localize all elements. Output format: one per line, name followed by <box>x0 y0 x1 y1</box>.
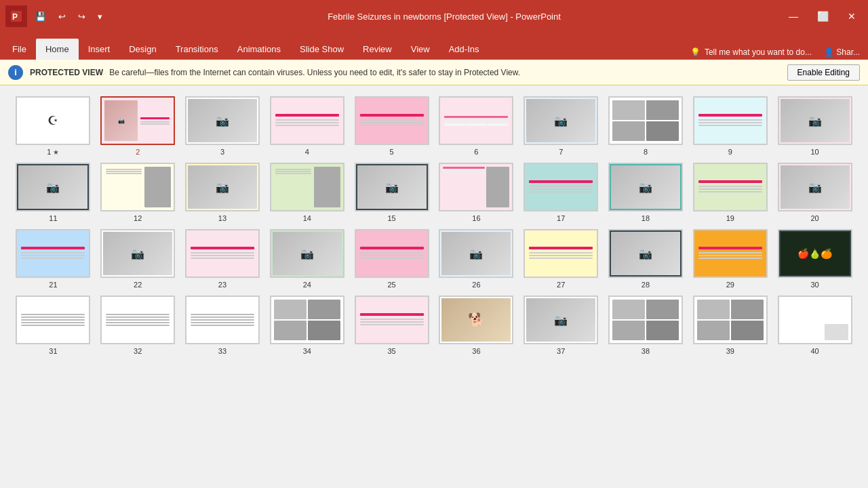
slide-number-6: 6 <box>474 148 478 156</box>
slide-number-18: 18 <box>642 214 650 222</box>
slide-item-17[interactable]: 17 <box>521 163 601 222</box>
slide-item-20[interactable]: 📷 20 <box>775 163 854 222</box>
slide-thumb-12 <box>100 163 175 211</box>
slide-item-1[interactable]: ☪ 1 ★ <box>14 96 93 156</box>
slide-number-34: 34 <box>303 347 311 355</box>
slide-item-9[interactable]: 9 <box>690 96 770 156</box>
tab-slideshow[interactable]: Slide Show <box>290 39 353 60</box>
slide-number-8: 8 <box>644 148 648 156</box>
slide-thumb-30: 🍎🍐🍊 <box>778 229 852 278</box>
slide-item-18[interactable]: 📷 18 <box>606 163 686 222</box>
slide-thumb-9 <box>693 96 768 145</box>
slide-thumb-10: 📷 <box>778 96 852 145</box>
tell-me-input[interactable]: 💡 Tell me what you want to do... <box>684 45 818 60</box>
slide-item-4[interactable]: 4 <box>267 96 347 156</box>
slide-item-32[interactable]: 32 <box>98 296 178 355</box>
tell-me-text: Tell me what you want to do... <box>705 47 812 57</box>
slide-number-27: 27 <box>557 281 565 289</box>
slide-item-19[interactable]: 19 <box>690 163 770 222</box>
info-icon: i <box>8 65 23 80</box>
slide-thumb-4 <box>270 96 344 145</box>
slide-item-8[interactable]: 8 <box>606 96 686 156</box>
slide-thumb-1: ☪ <box>16 96 90 145</box>
slide-item-7[interactable]: 📷 7 <box>521 96 601 156</box>
share-button[interactable]: 👤 Shar... <box>818 45 865 60</box>
slide-item-2[interactable]: 📷 2 <box>98 96 178 156</box>
slide-number-15: 15 <box>387 214 395 222</box>
slide-item-39[interactable]: 39 <box>690 296 770 355</box>
slide-number-1: 1 <box>47 148 51 156</box>
slide-thumb-14 <box>270 163 344 211</box>
slide-thumb-32 <box>100 296 175 344</box>
slide-number-33: 33 <box>218 347 226 355</box>
tab-file[interactable]: File <box>3 39 36 60</box>
slide-item-21[interactable]: 21 <box>14 229 93 289</box>
undo-button[interactable]: ↩ <box>54 9 70 24</box>
tab-design[interactable]: Design <box>119 39 165 60</box>
slide-item-6[interactable]: 6 <box>437 96 516 156</box>
slide-item-40[interactable]: 40 <box>775 296 854 355</box>
slide-item-16[interactable]: 16 <box>437 163 516 222</box>
tab-transitions[interactable]: Transitions <box>166 39 228 60</box>
slide-item-15[interactable]: 📷 15 <box>352 163 431 222</box>
tab-addins[interactable]: Add-Ins <box>439 39 489 60</box>
slide-item-34[interactable]: 34 <box>267 296 347 355</box>
slide-item-12[interactable]: 12 <box>98 163 178 222</box>
tab-review[interactable]: Review <box>353 39 401 60</box>
close-button[interactable]: ✕ <box>841 8 863 24</box>
tab-home[interactable]: Home <box>36 39 79 60</box>
slide-thumb-11: 📷 <box>16 163 90 211</box>
tab-view[interactable]: View <box>401 39 439 60</box>
slide-thumb-26: 📷 <box>439 229 513 278</box>
customize-button[interactable]: ▾ <box>94 9 106 24</box>
slide-item-22[interactable]: 📷 22 <box>98 229 178 289</box>
slide-item-14[interactable]: 14 <box>267 163 347 222</box>
slide-item-35[interactable]: 35 <box>352 296 431 355</box>
slide-thumb-18: 📷 <box>608 163 683 211</box>
slide-item-25[interactable]: 25 <box>352 229 431 289</box>
slide-number-25: 25 <box>387 281 395 289</box>
svg-text:P: P <box>12 12 18 22</box>
slide-number-9: 9 <box>728 148 732 156</box>
window-title: Febrile Seizures in newborns [Protected … <box>106 12 782 22</box>
slide-number-14: 14 <box>303 214 311 222</box>
enable-editing-button[interactable]: Enable Editing <box>787 64 860 81</box>
slide-item-3[interactable]: 📷 3 <box>183 96 262 156</box>
slide-item-11[interactable]: 📷 11 <box>14 163 93 222</box>
slide-item-38[interactable]: 38 <box>606 296 686 355</box>
slide-thumb-16 <box>439 163 513 211</box>
restore-button[interactable]: ⬜ <box>810 8 835 24</box>
slide-number-16: 16 <box>472 214 480 222</box>
tab-animations[interactable]: Animations <box>228 39 290 60</box>
slide-item-27[interactable]: 27 <box>521 229 601 289</box>
powerpoint-icon: P <box>5 5 27 27</box>
slide-number-23: 23 <box>218 281 226 289</box>
save-button[interactable]: 💾 <box>31 9 50 24</box>
slide-item-13[interactable]: 📷 13 <box>183 163 262 222</box>
slide-item-30[interactable]: 🍎🍐🍊 30 <box>775 229 854 289</box>
slide-item-29[interactable]: 29 <box>690 229 770 289</box>
slide-thumb-40 <box>778 296 852 344</box>
slide-star-1: ★ <box>53 148 59 156</box>
tab-insert[interactable]: Insert <box>79 39 120 60</box>
slide-thumb-25 <box>355 229 429 278</box>
slide-number-40: 40 <box>810 347 818 355</box>
slide-item-37[interactable]: 📷 37 <box>521 296 601 355</box>
slide-thumb-35 <box>355 296 429 344</box>
slide-thumb-17 <box>524 163 598 211</box>
slide-number-30: 30 <box>810 281 818 289</box>
slide-item-26[interactable]: 📷 26 <box>437 229 516 289</box>
slide-item-28[interactable]: 📷 28 <box>606 229 686 289</box>
slide-item-24[interactable]: 📷 24 <box>267 229 347 289</box>
slide-item-23[interactable]: 23 <box>183 229 262 289</box>
slide-thumb-5 <box>355 96 429 145</box>
slide-item-10[interactable]: 📷 10 <box>775 96 854 156</box>
slide-item-31[interactable]: 31 <box>14 296 93 355</box>
slide-item-36[interactable]: 🐕 36 <box>437 296 516 355</box>
slide-item-5[interactable]: 5 <box>352 96 431 156</box>
protected-view-message: Be careful—files from the Internet can c… <box>109 68 520 77</box>
slide-item-33[interactable]: 33 <box>183 296 262 355</box>
minimize-button[interactable]: — <box>782 8 805 24</box>
redo-button[interactable]: ↪ <box>74 9 90 24</box>
slide-thumb-22: 📷 <box>100 229 175 278</box>
